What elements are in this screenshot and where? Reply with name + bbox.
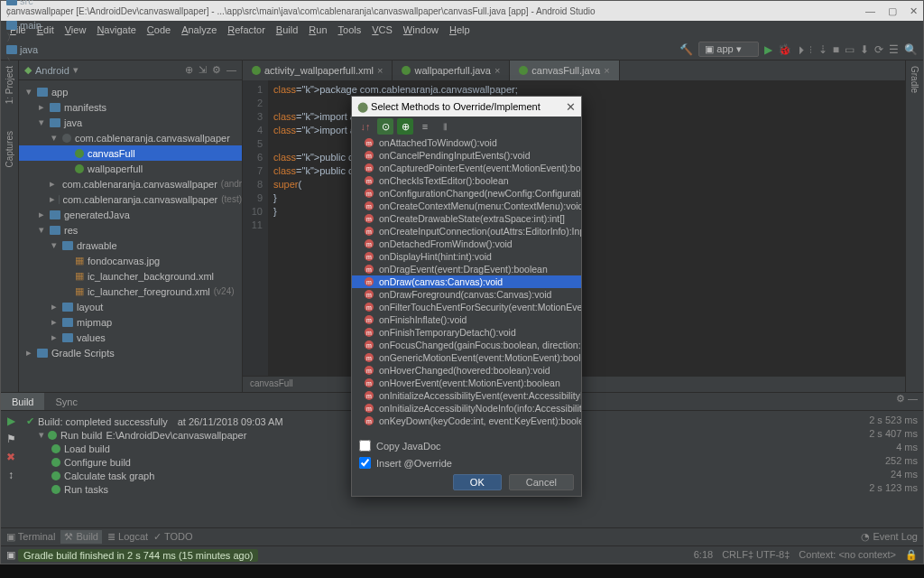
sidebar-tab-captures[interactable]: Captures xyxy=(5,131,14,168)
method-item[interactable]: monFocusChanged(gainFocus:boolean, direc… xyxy=(352,339,581,351)
sdk-icon[interactable]: ⬇ xyxy=(860,43,869,56)
insert-override-checkbox[interactable]: Insert @Override xyxy=(359,457,574,469)
tree-node[interactable]: ▦fondocanvas.jpg xyxy=(19,253,242,268)
method-item[interactable]: monFinishInflate():void xyxy=(352,313,581,326)
tree-node[interactable]: ▦ic_launcher_foreground.xml (v24) xyxy=(19,284,242,299)
scroll-from-source-icon[interactable]: ⊕ xyxy=(185,64,193,76)
editor-tab[interactable]: canvasFull.java× xyxy=(510,61,619,80)
method-item[interactable]: monDrawForeground(canvas:Canvas):void xyxy=(352,288,581,301)
method-item[interactable]: monDisplayHint(hint:int):void xyxy=(352,250,581,263)
group-icon[interactable]: ⫴ xyxy=(437,118,453,135)
copy-javadoc-checkbox[interactable]: Copy JavaDoc xyxy=(359,440,574,452)
method-item[interactable]: monInitializeAccessibilityNodeInfo(info:… xyxy=(352,402,581,415)
breadcrumb-item[interactable]: main xyxy=(6,20,94,31)
method-item[interactable]: monDragEvent(event:DragEvent):boolean xyxy=(352,263,581,275)
filter-icon[interactable]: ⚑ xyxy=(6,433,16,445)
method-item[interactable]: monFilterTouchEventForSecurity(event:Mot… xyxy=(352,301,581,313)
tree-node[interactable]: wallpaperfull xyxy=(19,161,242,176)
run-config-select[interactable]: ▣ app ▾ xyxy=(698,42,758,57)
bottom-tab-build[interactable]: Build xyxy=(1,393,44,410)
method-item[interactable]: monDraw(canvas:Canvas):void xyxy=(352,275,581,288)
show-inherited-icon[interactable]: ⊙ xyxy=(377,118,393,135)
tree-node[interactable]: ▸generatedJava xyxy=(19,207,242,222)
tree-node[interactable]: ▾java xyxy=(19,115,242,130)
tool-build[interactable]: ⚒ Build xyxy=(60,530,102,544)
editor-tab[interactable]: wallpaperfull.java× xyxy=(393,61,510,80)
expand-icon[interactable]: ⊕ xyxy=(397,118,413,135)
rerun-icon[interactable]: ▶ xyxy=(7,415,15,427)
stop-icon[interactable]: ■ xyxy=(833,43,839,56)
tree-node[interactable]: ▸com.cablenaranja.canvaswallpaper (andro… xyxy=(19,176,242,191)
bottom-tab-sync[interactable]: Sync xyxy=(44,393,88,410)
menu-refactor[interactable]: Refactor xyxy=(224,24,269,35)
avd-icon[interactable]: ▭ xyxy=(845,43,855,56)
method-item[interactable]: monCapturedPointerEvent(event:MotionEven… xyxy=(352,162,581,174)
method-item[interactable]: monCreateInputConnection(outAttrs:Editor… xyxy=(352,225,581,238)
project-tree[interactable]: ▾app▸manifests▾java▾com.cablenaranja.can… xyxy=(19,80,242,392)
breadcrumb-item[interactable]: java xyxy=(6,44,94,55)
profile-icon[interactable]: ⏵⸽ xyxy=(797,43,813,56)
debug-icon[interactable]: 🐞 xyxy=(778,43,791,56)
method-item[interactable]: monCreateDrawableState(extraSpace:int):i… xyxy=(352,212,581,225)
method-item[interactable]: monConfigurationChanged(newConfig:Config… xyxy=(352,187,581,200)
method-item[interactable]: monGenericMotionEvent(event:MotionEvent)… xyxy=(352,351,581,364)
menu-navigate[interactable]: Navigate xyxy=(93,24,139,35)
menu-window[interactable]: Window xyxy=(400,24,442,35)
method-item[interactable]: monHoverEvent(event:MotionEvent):boolean xyxy=(352,377,581,389)
sort-icon[interactable]: ↓↑ xyxy=(357,118,374,135)
structure-icon[interactable]: ☰ xyxy=(889,43,899,56)
hammer-icon[interactable]: 🔨 xyxy=(679,43,693,56)
tree-node[interactable]: ▸manifests xyxy=(19,99,242,115)
expand-icon[interactable]: ↕ xyxy=(8,469,14,481)
event-log[interactable]: ◔ Event Log xyxy=(861,531,918,543)
method-item[interactable]: monKeyDown(keyCode:int, event:KeyEvent):… xyxy=(352,415,581,427)
menu-analyze[interactable]: Analyze xyxy=(178,24,220,35)
tree-node[interactable]: ▾res xyxy=(19,222,242,238)
stop-icon[interactable]: ✖ xyxy=(6,451,15,463)
collapse-icon[interactable]: ≡ xyxy=(417,118,433,135)
method-item[interactable]: monAttachedToWindow():void xyxy=(352,136,581,149)
editor-tab[interactable]: activity_wallpaperfull.xml× xyxy=(243,61,393,80)
cancel-button[interactable]: Cancel xyxy=(509,474,574,490)
sidebar-tab-gradle[interactable]: Gradle xyxy=(910,66,919,93)
gear-icon[interactable]: ⚙ xyxy=(212,64,221,76)
tool-logcat[interactable]: ≣ Logcat xyxy=(107,531,148,543)
menu-tools[interactable]: Tools xyxy=(335,24,365,35)
context[interactable]: Context: <no context> xyxy=(799,549,896,561)
tree-node[interactable]: ▾com.cablenaranja.canvaswallpaper xyxy=(19,130,242,145)
close-icon[interactable]: ✕ xyxy=(910,5,918,17)
menu-code[interactable]: Code xyxy=(143,24,174,35)
tree-node[interactable]: canvasFull xyxy=(19,145,242,161)
method-item[interactable]: monDetachedFromWindow():void xyxy=(352,238,581,250)
menu-vcs[interactable]: VCS xyxy=(368,24,396,35)
method-item[interactable]: monInitializeAccessibilityEvent(event:Ac… xyxy=(352,389,581,402)
tree-node[interactable]: ▦ic_launcher_background.xml xyxy=(19,268,242,284)
ok-button[interactable]: OK xyxy=(453,474,502,490)
minimize-icon[interactable]: — xyxy=(865,5,875,17)
tool-terminal[interactable]: ▣ Terminal xyxy=(6,531,55,543)
menu-run[interactable]: Run xyxy=(305,24,330,35)
taskbar[interactable] xyxy=(0,564,924,578)
tree-node[interactable]: ▸mipmap xyxy=(19,314,242,330)
status-icon[interactable]: ▣ xyxy=(6,549,15,561)
attach-icon[interactable]: ⇣ xyxy=(818,43,827,56)
search-icon[interactable]: 🔍 xyxy=(904,43,918,56)
sync-icon[interactable]: ⟳ xyxy=(874,43,883,56)
collapse-icon[interactable]: ⇲ xyxy=(199,64,207,76)
project-scope[interactable]: Android xyxy=(35,65,69,76)
method-item[interactable]: monCreateContextMenu(menu:ContextMenu):v… xyxy=(352,200,581,212)
method-item[interactable]: monCancelPendingInputEvents():void xyxy=(352,149,581,162)
tree-node[interactable]: ▾app xyxy=(19,84,242,99)
tree-node[interactable]: ▸com.cablenaranja.canvaswallpaper (test) xyxy=(19,191,242,207)
method-list[interactable]: monAttachedToWindow():voidmonCancelPendi… xyxy=(352,136,581,434)
encoding[interactable]: CRLF‡ UTF-8‡ xyxy=(722,549,790,561)
run-icon[interactable]: ▶ xyxy=(764,43,772,56)
menu-help[interactable]: Help xyxy=(446,24,474,35)
menu-build[interactable]: Build xyxy=(273,24,301,35)
tree-node[interactable]: ▾drawable xyxy=(19,238,242,253)
hide-icon[interactable]: — xyxy=(226,64,236,76)
tree-node[interactable]: ▸Gradle Scripts xyxy=(19,345,242,360)
dialog-close-icon[interactable]: ✕ xyxy=(566,100,576,114)
lock-icon[interactable]: 🔒 xyxy=(905,549,918,561)
tree-node[interactable]: ▸values xyxy=(19,330,242,345)
